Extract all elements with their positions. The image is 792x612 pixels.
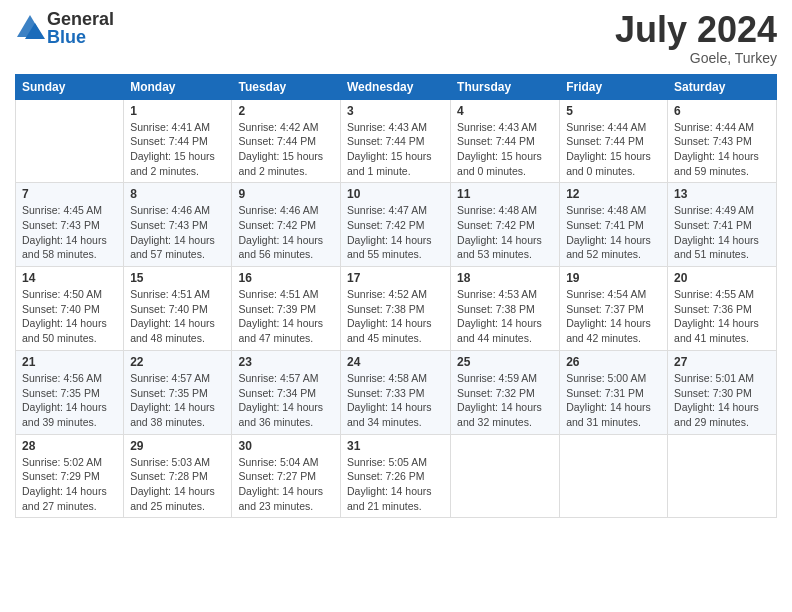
- day-info: Sunrise: 4:57 AMSunset: 7:34 PMDaylight:…: [238, 371, 334, 430]
- day-info: Sunrise: 5:00 AMSunset: 7:31 PMDaylight:…: [566, 371, 661, 430]
- logo: General Blue: [15, 10, 114, 46]
- day-number: 7: [22, 187, 117, 201]
- day-number: 15: [130, 271, 225, 285]
- day-number: 12: [566, 187, 661, 201]
- table-row: 22Sunrise: 4:57 AMSunset: 7:35 PMDayligh…: [124, 350, 232, 434]
- location-subtitle: Goele, Turkey: [615, 50, 777, 66]
- calendar-table: Sunday Monday Tuesday Wednesday Thursday…: [15, 74, 777, 519]
- title-area: July 2024 Goele, Turkey: [615, 10, 777, 66]
- day-info: Sunrise: 4:43 AMSunset: 7:44 PMDaylight:…: [457, 120, 553, 179]
- day-info: Sunrise: 4:46 AMSunset: 7:42 PMDaylight:…: [238, 203, 334, 262]
- table-row: 10Sunrise: 4:47 AMSunset: 7:42 PMDayligh…: [340, 183, 450, 267]
- day-info: Sunrise: 5:01 AMSunset: 7:30 PMDaylight:…: [674, 371, 770, 430]
- day-number: 28: [22, 439, 117, 453]
- table-row: 17Sunrise: 4:52 AMSunset: 7:38 PMDayligh…: [340, 267, 450, 351]
- table-row: [451, 434, 560, 518]
- table-row: 25Sunrise: 4:59 AMSunset: 7:32 PMDayligh…: [451, 350, 560, 434]
- day-number: 1: [130, 104, 225, 118]
- table-row: 4Sunrise: 4:43 AMSunset: 7:44 PMDaylight…: [451, 99, 560, 183]
- table-row: 19Sunrise: 4:54 AMSunset: 7:37 PMDayligh…: [560, 267, 668, 351]
- day-number: 21: [22, 355, 117, 369]
- table-row: 26Sunrise: 5:00 AMSunset: 7:31 PMDayligh…: [560, 350, 668, 434]
- day-number: 5: [566, 104, 661, 118]
- calendar-week-row: 21Sunrise: 4:56 AMSunset: 7:35 PMDayligh…: [16, 350, 777, 434]
- table-row: 21Sunrise: 4:56 AMSunset: 7:35 PMDayligh…: [16, 350, 124, 434]
- day-info: Sunrise: 4:45 AMSunset: 7:43 PMDaylight:…: [22, 203, 117, 262]
- calendar-week-row: 1Sunrise: 4:41 AMSunset: 7:44 PMDaylight…: [16, 99, 777, 183]
- day-info: Sunrise: 4:50 AMSunset: 7:40 PMDaylight:…: [22, 287, 117, 346]
- table-row: 2Sunrise: 4:42 AMSunset: 7:44 PMDaylight…: [232, 99, 341, 183]
- day-info: Sunrise: 4:51 AMSunset: 7:40 PMDaylight:…: [130, 287, 225, 346]
- day-info: Sunrise: 4:46 AMSunset: 7:43 PMDaylight:…: [130, 203, 225, 262]
- logo-text: General Blue: [47, 10, 114, 46]
- day-number: 26: [566, 355, 661, 369]
- day-info: Sunrise: 4:42 AMSunset: 7:44 PMDaylight:…: [238, 120, 334, 179]
- table-row: 9Sunrise: 4:46 AMSunset: 7:42 PMDaylight…: [232, 183, 341, 267]
- day-info: Sunrise: 4:41 AMSunset: 7:44 PMDaylight:…: [130, 120, 225, 179]
- col-tuesday: Tuesday: [232, 74, 341, 99]
- day-number: 19: [566, 271, 661, 285]
- table-row: 12Sunrise: 4:48 AMSunset: 7:41 PMDayligh…: [560, 183, 668, 267]
- table-row: 18Sunrise: 4:53 AMSunset: 7:38 PMDayligh…: [451, 267, 560, 351]
- col-saturday: Saturday: [668, 74, 777, 99]
- table-row: 1Sunrise: 4:41 AMSunset: 7:44 PMDaylight…: [124, 99, 232, 183]
- day-number: 20: [674, 271, 770, 285]
- day-info: Sunrise: 5:02 AMSunset: 7:29 PMDaylight:…: [22, 455, 117, 514]
- day-info: Sunrise: 4:43 AMSunset: 7:44 PMDaylight:…: [347, 120, 444, 179]
- table-row: 7Sunrise: 4:45 AMSunset: 7:43 PMDaylight…: [16, 183, 124, 267]
- logo-icon: [15, 13, 45, 43]
- day-number: 18: [457, 271, 553, 285]
- col-thursday: Thursday: [451, 74, 560, 99]
- day-number: 2: [238, 104, 334, 118]
- col-wednesday: Wednesday: [340, 74, 450, 99]
- month-title: July 2024: [615, 10, 777, 50]
- table-row: [560, 434, 668, 518]
- col-friday: Friday: [560, 74, 668, 99]
- day-info: Sunrise: 4:44 AMSunset: 7:44 PMDaylight:…: [566, 120, 661, 179]
- table-row: 23Sunrise: 4:57 AMSunset: 7:34 PMDayligh…: [232, 350, 341, 434]
- day-number: 17: [347, 271, 444, 285]
- table-row: 20Sunrise: 4:55 AMSunset: 7:36 PMDayligh…: [668, 267, 777, 351]
- day-info: Sunrise: 4:58 AMSunset: 7:33 PMDaylight:…: [347, 371, 444, 430]
- calendar-header-row: Sunday Monday Tuesday Wednesday Thursday…: [16, 74, 777, 99]
- day-info: Sunrise: 5:03 AMSunset: 7:28 PMDaylight:…: [130, 455, 225, 514]
- day-info: Sunrise: 4:57 AMSunset: 7:35 PMDaylight:…: [130, 371, 225, 430]
- day-info: Sunrise: 4:49 AMSunset: 7:41 PMDaylight:…: [674, 203, 770, 262]
- table-row: 6Sunrise: 4:44 AMSunset: 7:43 PMDaylight…: [668, 99, 777, 183]
- col-monday: Monday: [124, 74, 232, 99]
- col-sunday: Sunday: [16, 74, 124, 99]
- logo-blue-text: Blue: [47, 28, 114, 46]
- day-info: Sunrise: 4:48 AMSunset: 7:41 PMDaylight:…: [566, 203, 661, 262]
- day-info: Sunrise: 4:59 AMSunset: 7:32 PMDaylight:…: [457, 371, 553, 430]
- calendar-week-row: 7Sunrise: 4:45 AMSunset: 7:43 PMDaylight…: [16, 183, 777, 267]
- day-number: 6: [674, 104, 770, 118]
- table-row: 31Sunrise: 5:05 AMSunset: 7:26 PMDayligh…: [340, 434, 450, 518]
- header: General Blue July 2024 Goele, Turkey: [15, 10, 777, 66]
- day-number: 4: [457, 104, 553, 118]
- day-info: Sunrise: 4:51 AMSunset: 7:39 PMDaylight:…: [238, 287, 334, 346]
- day-number: 10: [347, 187, 444, 201]
- day-info: Sunrise: 4:55 AMSunset: 7:36 PMDaylight:…: [674, 287, 770, 346]
- table-row: 8Sunrise: 4:46 AMSunset: 7:43 PMDaylight…: [124, 183, 232, 267]
- table-row: 11Sunrise: 4:48 AMSunset: 7:42 PMDayligh…: [451, 183, 560, 267]
- day-number: 3: [347, 104, 444, 118]
- table-row: 3Sunrise: 4:43 AMSunset: 7:44 PMDaylight…: [340, 99, 450, 183]
- day-info: Sunrise: 4:48 AMSunset: 7:42 PMDaylight:…: [457, 203, 553, 262]
- table-row: 14Sunrise: 4:50 AMSunset: 7:40 PMDayligh…: [16, 267, 124, 351]
- day-number: 11: [457, 187, 553, 201]
- table-row: 5Sunrise: 4:44 AMSunset: 7:44 PMDaylight…: [560, 99, 668, 183]
- day-number: 24: [347, 355, 444, 369]
- day-number: 27: [674, 355, 770, 369]
- day-info: Sunrise: 4:56 AMSunset: 7:35 PMDaylight:…: [22, 371, 117, 430]
- day-info: Sunrise: 4:44 AMSunset: 7:43 PMDaylight:…: [674, 120, 770, 179]
- page: General Blue July 2024 Goele, Turkey Sun…: [0, 0, 792, 612]
- table-row: 13Sunrise: 4:49 AMSunset: 7:41 PMDayligh…: [668, 183, 777, 267]
- table-row: 28Sunrise: 5:02 AMSunset: 7:29 PMDayligh…: [16, 434, 124, 518]
- day-number: 25: [457, 355, 553, 369]
- day-number: 14: [22, 271, 117, 285]
- day-number: 16: [238, 271, 334, 285]
- table-row: 15Sunrise: 4:51 AMSunset: 7:40 PMDayligh…: [124, 267, 232, 351]
- calendar-week-row: 14Sunrise: 4:50 AMSunset: 7:40 PMDayligh…: [16, 267, 777, 351]
- calendar-week-row: 28Sunrise: 5:02 AMSunset: 7:29 PMDayligh…: [16, 434, 777, 518]
- logo-general-text: General: [47, 10, 114, 28]
